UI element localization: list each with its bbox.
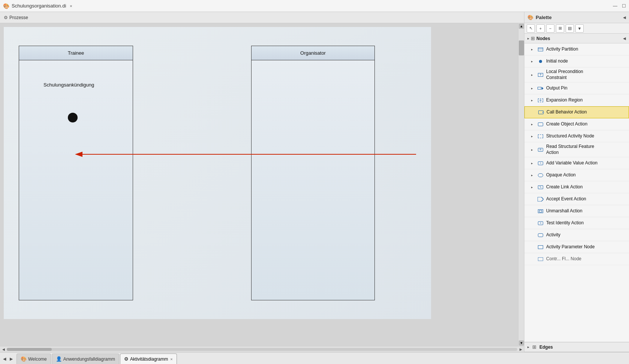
tab-anwendungsfall-icon: 👤	[56, 356, 62, 362]
tab-welcome[interactable]: 🎨 Welcome	[16, 354, 51, 364]
canvas-scroll[interactable]: Trainee Schulungsankündigung Organisator	[0, 23, 518, 346]
icon-control-flow-node	[537, 256, 544, 263]
expand-icon-output-pin: ▸	[531, 87, 536, 90]
tab-welcome-icon: 🎨	[21, 356, 27, 362]
svg-marker-2	[538, 197, 544, 201]
fit-btn[interactable]: ⊞	[556, 24, 564, 33]
icon-create-link-action: ✎	[537, 184, 544, 191]
icon-structured-activity-node	[537, 133, 544, 140]
label-opaque-action: Opaque Action	[546, 172, 576, 178]
canvas-header-icon: ⚙	[4, 15, 8, 20]
options-btn[interactable]: ▤	[566, 24, 574, 33]
expand-icon-opaque-action: ▸	[531, 173, 536, 177]
label-expansion-region: Expansion Region	[546, 97, 583, 103]
diagram-area: ⚙ Prozesse Trainee Schulungsankündigung	[0, 12, 524, 352]
hscroll-thumb[interactable]	[7, 348, 52, 351]
title-filename: Schulungsorganisation.di	[12, 3, 66, 9]
expand-icon-expansion-region: ▸	[531, 98, 536, 102]
main-area: ⚙ Prozesse Trainee Schulungsankündigung	[0, 12, 629, 352]
palette-item-activity-parameter-node[interactable]: ▸ Activity Parameter Node	[524, 241, 629, 253]
bottom-tab-bar: ◀ ▶ 🎨 Welcome 👤 Anwendungsfalldiagramm ⚙…	[0, 352, 629, 364]
select-tool-btn[interactable]: ↖	[527, 24, 535, 33]
icon-read-structural-feature: R	[537, 146, 544, 153]
diagram-icon: 🎨	[3, 3, 9, 9]
nodes-section-title: Nodes	[536, 36, 550, 41]
hscrollbar[interactable]: ◀ ▶	[0, 346, 524, 352]
nodes-section-pin[interactable]: ◀	[623, 36, 626, 40]
vscroll-down[interactable]: ▼	[519, 340, 524, 346]
tab-scroll-right[interactable]: ▶	[8, 354, 14, 364]
label-local-precondition: Local PreconditionConstraint	[546, 69, 583, 81]
icon-call-behavior-action	[538, 109, 544, 116]
palette-item-unmarshall-action[interactable]: ▸ Unmarshall Action	[524, 205, 629, 217]
palette-item-accept-event-action[interactable]: ▸ Accept Event Action	[524, 193, 629, 205]
initial-node-circle	[68, 113, 78, 122]
hscroll-right[interactable]: ▶	[518, 347, 523, 352]
icon-local-precondition: ?	[537, 72, 544, 78]
label-output-pin: Output Pin	[546, 85, 568, 91]
expand-icon-activity-partition: ▸	[531, 48, 536, 51]
palette-item-initial-node[interactable]: ▸ Initial node	[524, 55, 629, 67]
window-controls: — ☐	[613, 3, 626, 9]
maximize-btn[interactable]: ☐	[622, 3, 626, 9]
edges-section: ▸ ⊞ Edges	[524, 342, 629, 352]
hscroll-left[interactable]: ◀	[1, 347, 6, 352]
organisator-swimlane: Organisator	[251, 46, 375, 300]
vscroll-thumb[interactable]	[519, 40, 524, 55]
palette-header: 🎨 Palette ◀	[524, 12, 629, 23]
palette-item-add-variable-value[interactable]: ▸ + Add Variable Value Action	[524, 157, 629, 169]
tab-aktivitaets-label: Aktivitätsdiagramm	[130, 357, 168, 362]
title-close-btn[interactable]: ×	[70, 4, 72, 8]
diagram-and-vscroll: Trainee Schulungsankündigung Organisator	[0, 23, 524, 346]
nodes-section-header[interactable]: ▸ ⊞ Nodes ◀	[524, 34, 629, 43]
vscrollbar[interactable]: ▲ ▼	[518, 23, 524, 346]
label-call-behavior-action: Call Behavior Action	[547, 109, 587, 115]
icon-unmarshall-action	[537, 208, 544, 215]
expand-icon-read-structural-feature: ▸	[531, 148, 536, 152]
minimize-btn[interactable]: —	[613, 3, 617, 9]
nodes-expand-arrow: ▸	[527, 36, 529, 40]
tab-aktivitaets-close[interactable]: ×	[170, 357, 172, 361]
schulungsankuendigung-label: Schulungsankündigung	[43, 82, 94, 88]
trainee-label: Trainee	[68, 50, 84, 56]
expand-icon-structured-activity-node: ▸	[531, 134, 536, 138]
icon-output-pin	[537, 85, 544, 92]
palette-item-output-pin[interactable]: ▸ Output Pin	[524, 82, 629, 94]
tab-aktivitaets[interactable]: ⚙ Aktivitätsdiagramm ×	[120, 354, 177, 364]
label-activity-parameter-node: Activity Parameter Node	[546, 244, 595, 250]
tab-aktivitaets-icon: ⚙	[124, 356, 129, 362]
palette-item-control-flow-node[interactable]: ▸ Contr... Fl... Node	[524, 253, 629, 265]
palette-panel: 🎨 Palette ◀ ↖ + − ⊞ ▤ ▼ ▸ ⊞ Nodes ◀ ▸	[524, 12, 629, 352]
palette-item-create-link-action[interactable]: ▸ ✎ Create Link Action	[524, 181, 629, 193]
palette-pin-btn[interactable]: ◀	[623, 15, 626, 19]
tab-scroll-left[interactable]: ◀	[1, 354, 7, 364]
palette-item-opaque-action[interactable]: ▸ Opaque Action	[524, 169, 629, 181]
label-accept-event-action: Accept Event Action	[546, 196, 586, 202]
icon-activity	[537, 232, 544, 239]
palette-item-activity-partition[interactable]: ▸ Activity Partition	[524, 43, 629, 55]
canvas-header-title: Prozesse	[9, 15, 28, 20]
palette-item-read-structural-feature[interactable]: ▸ R Read Structural FeatureAction	[524, 142, 629, 157]
organisator-label: Organisator	[300, 50, 326, 56]
label-control-flow-node: Contr... Fl... Node	[546, 256, 581, 262]
palette-item-create-object-action[interactable]: ▸ Create Object Action	[524, 118, 629, 130]
expand-icon-initial-node: ▸	[531, 60, 536, 63]
palette-item-call-behavior-action[interactable]: ▸ Call Behavior Action	[524, 106, 629, 118]
palette-item-local-precondition[interactable]: ▸ ? Local PreconditionConstraint	[524, 67, 629, 82]
zoom-out-btn[interactable]: −	[546, 24, 554, 33]
icon-opaque-action	[537, 172, 544, 179]
title-bar: 🎨 Schulungsorganisation.di × — ☐	[0, 0, 629, 12]
vscroll-up[interactable]: ▲	[519, 24, 524, 29]
tab-anwendungsfall[interactable]: 👤 Anwendungsfalldiagramm	[52, 354, 119, 364]
palette-item-structured-activity-node[interactable]: ▸ Structured Activity Node	[524, 130, 629, 142]
icon-activity-partition	[537, 46, 544, 53]
label-structured-activity-node: Structured Activity Node	[546, 133, 594, 139]
palette-item-test-identity-action[interactable]: ▸ ≡ Test Identity Action	[524, 217, 629, 229]
organisator-header: Organisator	[252, 46, 374, 60]
dropdown-btn[interactable]: ▼	[575, 24, 584, 33]
palette-item-activity[interactable]: ▸ Activity	[524, 229, 629, 241]
palette-item-expansion-region[interactable]: ▸ ⊕ Expansion Region	[524, 94, 629, 106]
icon-accept-event-action	[537, 196, 544, 203]
edges-header[interactable]: ▸ ⊞ Edges	[524, 342, 629, 352]
zoom-in-btn[interactable]: +	[536, 24, 545, 33]
